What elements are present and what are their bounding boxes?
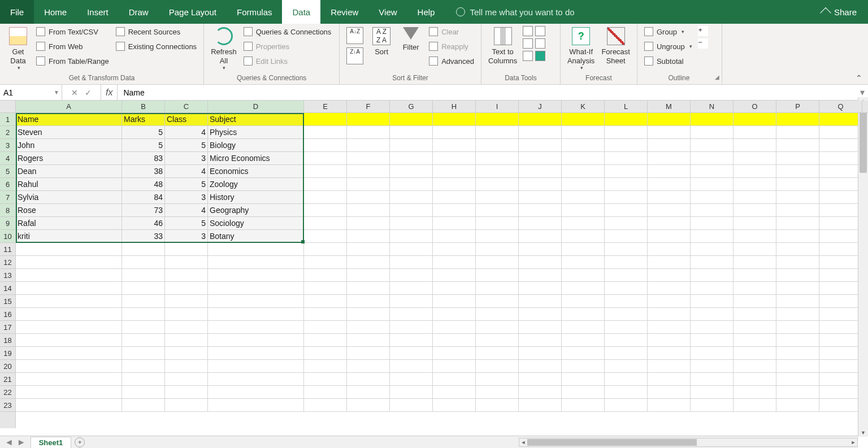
cell-G14[interactable] (390, 282, 433, 295)
from-text-csv-button[interactable]: From Text/CSV (35, 26, 110, 37)
cell-H23[interactable] (433, 399, 476, 412)
cell-N21[interactable] (691, 373, 734, 386)
cell-E8[interactable] (304, 204, 347, 217)
text-to-columns-button[interactable]: Text to Columns (487, 26, 518, 66)
cell-J7[interactable] (519, 191, 562, 204)
cell-N18[interactable] (691, 334, 734, 347)
cell-H21[interactable] (433, 373, 476, 386)
cell-B15[interactable] (122, 295, 165, 308)
cell-Q17[interactable] (819, 321, 862, 334)
cell-A20[interactable] (16, 360, 122, 373)
cell-F5[interactable] (347, 165, 390, 178)
cell-I20[interactable] (476, 360, 519, 373)
cell-G21[interactable] (390, 373, 433, 386)
cell-O12[interactable] (734, 256, 776, 269)
column-header-H[interactable]: H (433, 101, 476, 112)
cell-I19[interactable] (476, 347, 519, 360)
cell-O13[interactable] (734, 269, 776, 282)
cell-N14[interactable] (691, 282, 734, 295)
cell-G8[interactable] (390, 204, 433, 217)
cell-Q2[interactable] (819, 126, 862, 139)
cell-P10[interactable] (776, 230, 819, 243)
cell-D15[interactable] (208, 295, 304, 308)
cell-L21[interactable] (605, 373, 648, 386)
cell-I17[interactable] (476, 321, 519, 334)
cell-C19[interactable] (165, 347, 208, 360)
cell-B3[interactable]: 5 (122, 139, 165, 152)
cell-G12[interactable] (390, 256, 433, 269)
cancel-formula-button[interactable]: ✕ (71, 88, 78, 97)
cell-C13[interactable] (165, 269, 208, 282)
cell-M3[interactable] (648, 139, 691, 152)
cell-E19[interactable] (304, 347, 347, 360)
cell-D3[interactable]: Biology (208, 139, 304, 152)
cell-D11[interactable] (208, 243, 304, 256)
cell-P20[interactable] (776, 360, 819, 373)
cell-K11[interactable] (562, 243, 605, 256)
cell-Q18[interactable] (819, 334, 862, 347)
collapse-ribbon-button[interactable]: ⌃ (856, 73, 862, 82)
cell-G23[interactable] (390, 399, 433, 412)
column-header-D[interactable]: D (208, 101, 304, 112)
cell-L17[interactable] (605, 321, 648, 334)
cell-Q1[interactable] (819, 113, 862, 126)
cell-Q14[interactable] (819, 282, 862, 295)
cell-M23[interactable] (648, 399, 691, 412)
cell-G22[interactable] (390, 386, 433, 399)
column-header-G[interactable]: G (390, 101, 433, 112)
cell-Q9[interactable] (819, 217, 862, 230)
outline-dialog-launcher[interactable]: ◢ (715, 74, 719, 80)
cell-J19[interactable] (519, 347, 562, 360)
cell-I7[interactable] (476, 191, 519, 204)
cell-D9[interactable]: Sociology (208, 217, 304, 230)
cell-B19[interactable] (122, 347, 165, 360)
cell-O23[interactable] (734, 399, 776, 412)
cell-K8[interactable] (562, 204, 605, 217)
cell-O22[interactable] (734, 386, 776, 399)
cell-L15[interactable] (605, 295, 648, 308)
cell-M8[interactable] (648, 204, 691, 217)
cell-E18[interactable] (304, 334, 347, 347)
cell-A23[interactable] (16, 399, 122, 412)
tab-file[interactable]: File (0, 0, 34, 24)
column-header-L[interactable]: L (605, 101, 648, 112)
get-data-button[interactable]: Get Data▾ (6, 26, 31, 72)
cell-K18[interactable] (562, 334, 605, 347)
cell-J4[interactable] (519, 152, 562, 165)
cell-A12[interactable] (16, 256, 122, 269)
cell-N5[interactable] (691, 165, 734, 178)
cell-D14[interactable] (208, 282, 304, 295)
cell-H2[interactable] (433, 126, 476, 139)
cell-L4[interactable] (605, 152, 648, 165)
cell-L5[interactable] (605, 165, 648, 178)
cell-I1[interactable] (476, 113, 519, 126)
cell-M19[interactable] (648, 347, 691, 360)
cell-O17[interactable] (734, 321, 776, 334)
cell-C8[interactable]: 4 (165, 204, 208, 217)
enter-formula-button[interactable]: ✓ (85, 88, 92, 97)
cell-M18[interactable] (648, 334, 691, 347)
column-header-I[interactable]: I (476, 101, 519, 112)
cell-H3[interactable] (433, 139, 476, 152)
cell-Q13[interactable] (819, 269, 862, 282)
cell-E15[interactable] (304, 295, 347, 308)
cell-Q10[interactable] (819, 230, 862, 243)
row-header-12[interactable]: 12 (0, 256, 15, 269)
column-header-A[interactable]: A (16, 101, 122, 112)
cell-L9[interactable] (605, 217, 648, 230)
row-header-8[interactable]: 8 (0, 204, 15, 217)
cell-I23[interactable] (476, 399, 519, 412)
cell-Q21[interactable] (819, 373, 862, 386)
cell-B4[interactable]: 83 (122, 152, 165, 165)
cell-G18[interactable] (390, 334, 433, 347)
row-header-5[interactable]: 5 (0, 165, 15, 178)
sheet-nav-next-button[interactable]: ► (17, 437, 26, 447)
cell-I11[interactable] (476, 243, 519, 256)
horizontal-scroll-thumb[interactable] (527, 439, 697, 446)
cell-H11[interactable] (433, 243, 476, 256)
cell-P4[interactable] (776, 152, 819, 165)
column-header-J[interactable]: J (519, 101, 562, 112)
hide-detail-button[interactable]: ⁻ (698, 38, 708, 49)
add-sheet-button[interactable]: + (75, 437, 85, 447)
cell-H22[interactable] (433, 386, 476, 399)
